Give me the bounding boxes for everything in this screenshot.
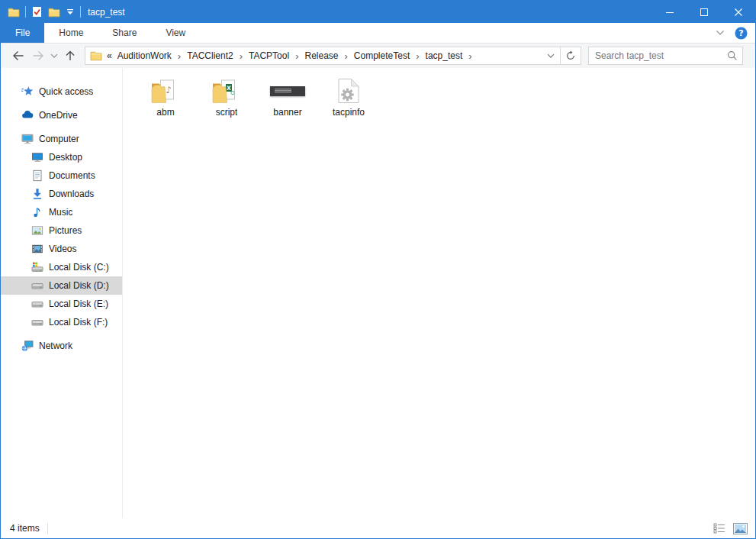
details-view-button[interactable] xyxy=(711,521,728,536)
sidebar-item-local-disk-f[interactable]: Local Disk (F:) xyxy=(1,313,122,331)
titlebar: tacp_test xyxy=(1,1,755,23)
ribbon-right-controls: ? xyxy=(716,23,755,43)
sidebar-item-local-disk-c[interactable]: Local Disk (C:) xyxy=(1,258,122,276)
forward-button[interactable] xyxy=(28,46,48,66)
recent-locations-button[interactable] xyxy=(48,46,60,66)
image-banner-icon xyxy=(270,86,305,96)
qat-separator xyxy=(80,6,81,18)
sidebar-item-local-disk-d[interactable]: Local Disk (D:) xyxy=(1,276,122,295)
file-icon-wrap xyxy=(338,77,359,105)
breadcrumb-item-release[interactable]: Release xyxy=(301,50,342,61)
address-dropdown-button[interactable] xyxy=(542,47,560,64)
chevron-down-icon xyxy=(716,30,725,36)
sidebar-item-pictures[interactable]: Pictures xyxy=(1,221,122,240)
breadcrumb-item-tacclient2[interactable]: TACClient2 xyxy=(183,50,236,61)
file-label: script xyxy=(216,107,238,118)
breadcrumb-item-tacptool[interactable]: TACPTool xyxy=(245,50,293,61)
sidebar-item-label: Local Disk (C:) xyxy=(49,262,109,273)
search-input[interactable] xyxy=(589,50,722,61)
new-folder-button[interactable] xyxy=(48,7,60,18)
sidebar-item-music[interactable]: Music xyxy=(1,203,122,221)
tab-file[interactable]: File xyxy=(1,23,44,43)
sidebar-item-label: Network xyxy=(39,341,72,351)
help-icon: ? xyxy=(735,27,748,40)
computer-icon xyxy=(21,133,34,145)
sidebar-group-gap xyxy=(1,101,122,106)
window-title: tacp_test xyxy=(88,7,125,18)
new-folder-icon xyxy=(48,7,60,18)
desktop-icon xyxy=(31,151,43,163)
sidebar-item-label: Pictures xyxy=(49,225,82,236)
breadcrumb-separator[interactable]: › xyxy=(237,50,245,62)
disk-icon xyxy=(31,316,43,328)
navigation-toolbar: « AuditionWork›TACClient2›TACPTool›Relea… xyxy=(1,44,755,68)
file-item-banner[interactable]: banner xyxy=(257,77,318,118)
file-item-abm[interactable]: ♪abm xyxy=(135,77,196,118)
tab-view[interactable]: View xyxy=(151,23,200,43)
sidebar-item-documents[interactable]: Documents xyxy=(1,166,122,185)
up-button[interactable] xyxy=(60,46,80,66)
file-item-tacpinfo[interactable]: tacpinfo xyxy=(318,77,379,118)
quick-access-toolbar xyxy=(25,6,81,18)
breadcrumb-separator[interactable]: › xyxy=(413,50,421,62)
sidebar-item-quick-access[interactable]: Quick access xyxy=(1,82,122,101)
ribbon-tabs: FileHomeShareView xyxy=(1,23,200,43)
tab-home[interactable]: Home xyxy=(44,23,98,43)
app-folder-icon xyxy=(8,7,20,18)
statusbar-separator xyxy=(47,523,48,534)
sidebar-item-onedrive[interactable]: OneDrive xyxy=(1,106,122,124)
explorer-window: tacp_test FileHomeShareView ? « Audition… xyxy=(0,0,756,539)
file-icon-wrap: X xyxy=(212,77,241,105)
sidebar-item-computer[interactable]: Computer xyxy=(1,130,122,148)
content-area: Quick accessOneDriveComputerDesktopDocum… xyxy=(1,68,755,518)
breadcrumb-separator[interactable]: › xyxy=(466,50,474,62)
item-count: 4 items xyxy=(1,523,47,534)
sidebar-item-label: Quick access xyxy=(39,86,93,97)
sidebar-item-local-disk-e[interactable]: Local Disk (E:) xyxy=(1,295,122,313)
sidebar-item-network[interactable]: Network xyxy=(1,337,122,355)
refresh-button[interactable] xyxy=(560,47,581,64)
close-button[interactable] xyxy=(721,1,755,23)
sidebar-item-label: Documents xyxy=(49,170,95,181)
properties-button[interactable] xyxy=(32,6,42,18)
sidebar-item-label: Local Disk (F:) xyxy=(49,317,108,328)
file-list-area[interactable]: ♪abmXscriptbannertacpinfo xyxy=(123,68,755,518)
statusbar: 4 items xyxy=(1,518,755,538)
help-button[interactable]: ? xyxy=(735,27,748,40)
file-label: tacpinfo xyxy=(333,107,365,118)
address-bar[interactable]: « AuditionWork›TACClient2›TACPTool›Relea… xyxy=(85,47,581,65)
expand-ribbon-button[interactable] xyxy=(716,30,725,36)
file-item-script[interactable]: Xscript xyxy=(196,77,257,118)
breadcrumb-item-tacp-test[interactable]: tacp_test xyxy=(422,50,467,61)
back-button[interactable] xyxy=(8,46,28,66)
breadcrumb-item-completetest[interactable]: CompleteTest xyxy=(350,50,413,61)
sidebar-item-desktop[interactable]: Desktop xyxy=(1,148,122,166)
sidebar-item-downloads[interactable]: Downloads xyxy=(1,185,122,203)
disk-icon xyxy=(31,298,43,310)
sidebar-item-label: Videos xyxy=(49,244,76,254)
search-box xyxy=(588,47,743,65)
quick-access-star-icon xyxy=(21,86,34,98)
minimize-button[interactable] xyxy=(652,1,687,23)
customize-quick-access-button[interactable] xyxy=(66,8,74,15)
tab-share[interactable]: Share xyxy=(98,23,151,43)
pictures-icon xyxy=(31,224,43,237)
sidebar-item-label: Desktop xyxy=(49,152,82,163)
file-label: abm xyxy=(156,107,174,118)
search-icon[interactable] xyxy=(722,50,742,61)
maximize-icon xyxy=(700,8,708,16)
forward-arrow-icon xyxy=(31,50,45,62)
breadcrumb-separator[interactable]: › xyxy=(175,50,183,62)
sidebar-group-gap xyxy=(1,331,122,337)
sidebar-item-videos[interactable]: Videos xyxy=(1,240,122,258)
breadcrumb-overflow[interactable]: « xyxy=(105,50,114,61)
breadcrumb-item-auditionwork[interactable]: AuditionWork xyxy=(114,50,175,61)
breadcrumb-separator[interactable]: › xyxy=(293,50,301,62)
large-icons-view-button[interactable] xyxy=(732,521,748,536)
maximize-button[interactable] xyxy=(687,1,721,23)
back-arrow-icon xyxy=(11,50,25,62)
sidebar-item-label: Local Disk (E:) xyxy=(49,299,108,309)
refresh-icon xyxy=(565,50,576,61)
sidebar-item-label: Local Disk (D:) xyxy=(49,280,109,291)
breadcrumb-separator[interactable]: › xyxy=(343,50,350,62)
